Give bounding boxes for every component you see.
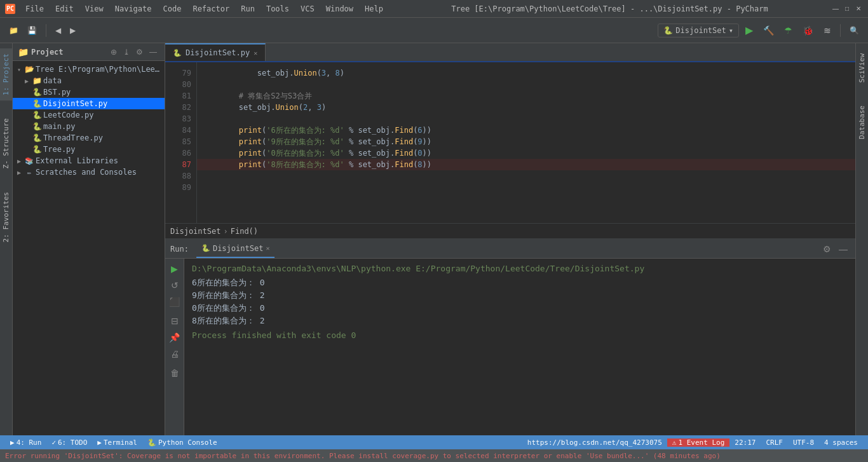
side-tabs-left: 1: Project Z- Structure 2: Favorites [0, 43, 13, 435]
toolbar-back-btn[interactable]: ◀ [51, 24, 65, 37]
status-csdn[interactable]: https://blog.csdn.net/qq_4273075 [522, 438, 667, 447]
leetcode-label: LeetCode.py [43, 111, 93, 119]
window-controls: — □ ✕ [831, 4, 863, 13]
line-num-82: 82 [165, 102, 196, 113]
search-everywhere-btn[interactable]: 🔍 [846, 24, 863, 37]
threadtree-label: ThreadTree.py [43, 133, 103, 142]
status-encoding[interactable]: UTF-8 [788, 438, 819, 447]
tree-item-treepy[interactable]: 🐍 Tree.py [13, 144, 165, 155]
menu-view[interactable]: View [80, 3, 109, 15]
sidebar-tab-sciview[interactable]: SciView [856, 48, 868, 88]
error-bar: Error running 'DisjointSet': Coverage is… [0, 449, 868, 462]
disjoint-file-icon: 🐍 [32, 99, 42, 108]
status-terminal[interactable]: ▶ Terminal [92, 438, 142, 447]
menu-run[interactable]: Run [236, 3, 260, 15]
status-encoding-label: UTF-8 [793, 438, 814, 447]
project-settings-btn[interactable]: ⚙ [133, 46, 146, 58]
treepy-label: Tree.py [43, 145, 76, 154]
profile-button[interactable]: ≋ [820, 23, 835, 38]
debug-button[interactable]: 🐞 [799, 23, 817, 38]
coverage-button[interactable]: ☂ [780, 23, 796, 38]
run-rerun-btn[interactable]: ↺ [168, 278, 181, 293]
extlibs-icon: 📚 [24, 156, 34, 165]
scratches-label: Scratches and Consoles [36, 168, 137, 177]
project-close-btn[interactable]: — [147, 46, 159, 58]
minimize-button[interactable]: — [831, 4, 840, 13]
extlibs-expand-icon: ▶ [15, 158, 23, 165]
menu-code[interactable]: Code [158, 3, 187, 15]
run-output-line-3: 0所在的集合为： 0 [192, 302, 848, 314]
project-collapse-btn[interactable]: ⤓ [121, 46, 132, 58]
menu-navigate[interactable]: Navigate [110, 3, 157, 15]
menu-file[interactable]: File [20, 3, 49, 15]
tree-item-bst[interactable]: 🐍 BST.py [13, 86, 165, 98]
status-event[interactable]: ⚠ 1 Event Log [667, 438, 729, 447]
sidebar-tab-favorites[interactable]: 2: Favorites [0, 187, 12, 247]
menu-vcs[interactable]: VCS [295, 3, 320, 15]
editor-tab-bar: 🐍 DisjointSet.py ✕ [165, 43, 855, 62]
run-pin-btn[interactable]: 📌 [166, 330, 182, 345]
project-add-btn[interactable]: ⊕ [108, 46, 119, 58]
breadcrumb-method[interactable]: Find() [231, 227, 258, 236]
menu-help[interactable]: Help [360, 3, 388, 15]
toolbar-left: 📁 💾 [5, 24, 41, 37]
menu-refactor[interactable]: Refactor [187, 3, 234, 15]
sidebar-tab-project[interactable]: 1: Project [0, 48, 12, 100]
run-button[interactable]: ▶ [742, 22, 757, 39]
sidebar-tab-structure[interactable]: Z- Structure [0, 113, 12, 173]
build-button[interactable]: 🔨 [759, 23, 778, 38]
status-indent[interactable]: 4 spaces [819, 438, 863, 447]
editor-tab-disjoint[interactable]: 🐍 DisjointSet.py ✕ [165, 43, 266, 61]
code-line-89 [197, 182, 855, 193]
tree-root[interactable]: ▾ 📂 Tree E:\Program\Python\LeetC... [13, 64, 165, 75]
status-pyconsole[interactable]: 🐍 Python Console [142, 438, 222, 447]
run-tab-disjoint[interactable]: 🐍 DisjointSet ✕ [196, 240, 275, 258]
tree-item-leetcode[interactable]: 🐍 LeetCode.py [13, 109, 165, 121]
menu-tools[interactable]: Tools [261, 3, 294, 15]
close-button[interactable]: ✕ [854, 4, 863, 13]
tree-item-data[interactable]: ▶ 📁 data [13, 75, 165, 86]
toolbar-save-btn[interactable]: 💾 [24, 24, 41, 37]
run-tab-close-icon[interactable]: ✕ [266, 245, 269, 252]
title-bar-left: PC File Edit View Navigate Code Refactor… [5, 3, 388, 15]
status-position[interactable]: 22:17 [729, 438, 761, 447]
menu-window[interactable]: Window [321, 3, 358, 15]
toolbar: 📁 💾 ◀ ▶ 🐍 DisjointSet ▾ ▶ 🔨 ☂ 🐞 ≋ 🔍 [0, 18, 868, 43]
status-run[interactable]: ▶ 4: Run [5, 438, 46, 447]
code-content[interactable]: set_obj.Union(3, 8) # 将集合S2与S3合并 set_obj… [197, 62, 855, 223]
breadcrumb-class[interactable]: DisjointSet [170, 227, 220, 236]
run-config-dropdown-icon: ▾ [729, 26, 733, 35]
run-settings-btn[interactable]: ⚙ [820, 243, 834, 255]
run-play-btn[interactable]: ▶ [168, 261, 180, 276]
scratches-icon: ✏ [24, 168, 34, 177]
line-num-86: 86 [165, 147, 196, 159]
status-lineending[interactable]: CRLF [761, 438, 788, 447]
status-run-label: 4: Run [17, 438, 42, 447]
sidebar-tab-database[interactable]: Database [856, 100, 868, 144]
run-stop-btn[interactable]: ⬛ [166, 294, 182, 309]
run-print-btn[interactable]: 🖨 [168, 346, 182, 362]
run-split-btn[interactable]: ⊟ [168, 313, 181, 329]
run-trash-btn[interactable]: 🗑 [168, 365, 182, 381]
status-position-label: 22:17 [735, 438, 756, 447]
project-header: 📁 Project ⊕ ⤓ ⚙ — [13, 43, 165, 61]
tree-item-extlibs[interactable]: ▶ 📚 External Libraries [13, 155, 165, 166]
code-line-79: set_obj.Union(3, 8) [197, 67, 855, 79]
tree-item-disjoint[interactable]: 🐍 DisjointSet.py [13, 98, 165, 109]
status-todo[interactable]: ✓ 6: TODO [46, 438, 92, 447]
menu-edit[interactable]: Edit [50, 3, 79, 15]
maximize-button[interactable]: □ [843, 4, 851, 13]
run-output-line-1: 6所在的集合为： 0 [192, 277, 848, 289]
tab-close-icon[interactable]: ✕ [254, 50, 257, 57]
tree-item-main[interactable]: 🐍 main.py [13, 121, 165, 132]
tree-item-scratches[interactable]: ▶ ✏ Scratches and Consoles [13, 166, 165, 178]
run-minimize-btn[interactable]: — [836, 243, 850, 255]
run-config-selector[interactable]: 🐍 DisjointSet ▾ [658, 24, 739, 37]
tree-item-threadtree[interactable]: 🐍 ThreadTree.py [13, 132, 165, 144]
data-expand-icon: ▶ [23, 78, 31, 85]
line-num-81: 81 [165, 90, 196, 102]
error-text: Error running 'DisjointSet': Coverage is… [5, 452, 721, 460]
tab-label: DisjointSet.py [186, 48, 250, 57]
toolbar-forward-btn[interactable]: ▶ [66, 24, 79, 37]
toolbar-open-btn[interactable]: 📁 [5, 24, 22, 37]
